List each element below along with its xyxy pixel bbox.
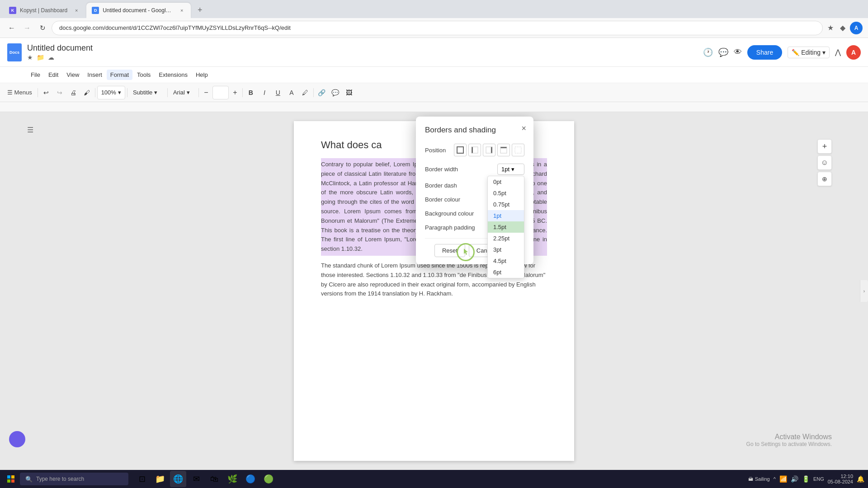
collapse-toolbar-icon[interactable]: ⋀	[835, 48, 841, 56]
menu-item-help[interactable]: Help	[192, 70, 212, 80]
system-tray[interactable]: ^	[774, 476, 776, 482]
position-all-btn[interactable]	[454, 144, 467, 156]
underline-button[interactable]: U	[272, 86, 284, 99]
toolbar: ☰ Menus ↩ ↪ 🖨 🖌 100%▾ Subtitle▾ Arial▾ −…	[0, 83, 868, 102]
star-icon[interactable]: ★	[27, 54, 33, 61]
position-right-btn[interactable]	[483, 144, 495, 156]
new-tab-button[interactable]: +	[193, 4, 206, 16]
option-1.5pt[interactable]: 1.5pt	[488, 221, 524, 233]
taskbar-search-bar[interactable]: 🔍 Type here to search	[20, 473, 128, 485]
image-button[interactable]: 🖼	[343, 86, 355, 99]
windows-start-button[interactable]	[4, 472, 18, 486]
zoom-value: 100%	[101, 89, 116, 96]
tab-kopyst[interactable]: K Kopyst | Dashboard ×	[4, 3, 85, 18]
font-size-plus[interactable]: +	[230, 86, 241, 99]
taskbar-right: 🏔 Sailing ^ 📶 🔊 🔋 ENG 12:10 05-08-2024 🔔	[748, 474, 864, 484]
battery-icon[interactable]: 🔋	[802, 475, 810, 483]
sound-icon[interactable]: 🔊	[791, 475, 798, 483]
user-avatar[interactable]: A	[846, 45, 861, 60]
notification-button[interactable]: 🔔	[857, 475, 864, 483]
taskbar-search-text: Type here to search	[36, 476, 84, 482]
gdocs-tab-close[interactable]: ×	[178, 7, 185, 14]
taskbar-app-browser[interactable]: 🌐	[170, 471, 186, 487]
dialog-close-button[interactable]: ×	[521, 124, 526, 133]
gdocs-app: Docs Untitled document ★ 📁 ☁ 🕐 💬 👁 Share…	[0, 38, 868, 112]
address-text: docs.google.com/document/d/1CCZWl7ocz6l7…	[59, 24, 291, 31]
profile-avatar[interactable]: A	[850, 22, 863, 34]
toolbar-menus-btn[interactable]: ☰ Menus	[4, 86, 36, 99]
borders-shading-dialog[interactable]: Borders and shading × Position	[416, 117, 533, 264]
share-button[interactable]: Share	[747, 45, 782, 60]
collapse-panel-arrow[interactable]: ›	[860, 280, 868, 302]
clock[interactable]: 12:10 05-08-2024	[828, 474, 853, 484]
option-6pt[interactable]: 6pt	[488, 267, 524, 278]
network-icon[interactable]: 📶	[779, 475, 787, 483]
menu-item-format[interactable]: Format	[107, 70, 132, 80]
option-0pt[interactable]: 0pt	[488, 176, 524, 188]
menu-item-view[interactable]: View	[63, 70, 83, 80]
menu-item-edit[interactable]: Edit	[45, 70, 62, 80]
extensions-icon[interactable]: ◆	[838, 22, 847, 34]
bold-button[interactable]: B	[245, 86, 257, 99]
cloud-icon[interactable]: ☁	[48, 54, 54, 61]
kopyst-tab-close[interactable]: ×	[73, 7, 80, 14]
link-button[interactable]: 🔗	[316, 86, 328, 99]
comment-button[interactable]: 💬	[329, 86, 342, 99]
editing-dropdown[interactable]: ✏️ Editing ▾	[788, 47, 830, 58]
menu-item-extensions[interactable]: Extensions	[155, 70, 191, 80]
option-0.5pt[interactable]: 0.5pt	[488, 188, 524, 199]
view-mode-icon[interactable]: 👁	[734, 47, 742, 57]
sailing-label[interactable]: 🏔 Sailing	[748, 476, 770, 482]
zoom-dropdown[interactable]: 100%▾	[97, 86, 125, 99]
position-left-btn[interactable]	[468, 144, 481, 156]
position-top-btn[interactable]	[497, 144, 510, 156]
taskbar-app-extra[interactable]: 🟢	[260, 471, 277, 487]
option-1pt[interactable]: 1pt	[488, 210, 524, 221]
menu-item-file[interactable]: File	[27, 70, 44, 80]
font-size-minus[interactable]: −	[201, 86, 212, 99]
taskbar-app-task-view[interactable]: ⊡	[134, 471, 150, 487]
highlight-button[interactable]: 🖊	[299, 86, 311, 99]
doc-title[interactable]: Untitled document	[27, 43, 93, 53]
paint-format-button[interactable]: 🖌	[80, 86, 93, 99]
add-section-button[interactable]: +	[817, 139, 832, 154]
taskbar-app-chrome[interactable]: 🔵	[242, 471, 259, 487]
redo-button[interactable]: ↪	[53, 86, 66, 99]
option-0.75pt[interactable]: 0.75pt	[488, 199, 524, 210]
undo-button[interactable]: ↩	[40, 86, 52, 99]
gdocs-tab-title: Untitled document - Google D...	[103, 7, 173, 14]
emoji-button[interactable]: ☺	[817, 155, 832, 170]
border-width-dropdown[interactable]: 1pt ▾	[497, 164, 524, 175]
wifi-icon: 🏔	[748, 476, 753, 482]
address-bar[interactable]: docs.google.com/document/d/1CCZWl7ocz6l7…	[52, 21, 823, 35]
list-icon[interactable]: ☰	[27, 126, 33, 134]
forward-button[interactable]: →	[21, 22, 33, 34]
taskbar-app-store[interactable]: 🛍	[206, 471, 222, 487]
option-4.5pt[interactable]: 4.5pt	[488, 255, 524, 267]
text-color-button[interactable]: A	[285, 86, 298, 99]
print-button[interactable]: 🖨	[67, 86, 80, 99]
bookmark-icon[interactable]: ★	[826, 22, 835, 34]
italic-button[interactable]: I	[258, 86, 271, 99]
taskbar-app-kopyst[interactable]: 🌿	[224, 471, 241, 487]
zoom-in-button[interactable]: ⊕	[817, 172, 832, 186]
tab-gdocs[interactable]: D Untitled document - Google D... ×	[86, 3, 191, 18]
menu-item-insert[interactable]: Insert	[84, 70, 106, 80]
back-button[interactable]: ←	[5, 22, 18, 34]
folder-icon[interactable]: 📁	[37, 54, 44, 61]
zoom-chevron: ▾	[118, 89, 121, 96]
taskbar-app-email[interactable]: ✉	[188, 471, 204, 487]
style-dropdown[interactable]: Subtitle▾	[129, 86, 165, 99]
option-2.25pt[interactable]: 2.25pt	[488, 233, 524, 244]
comment-icon[interactable]: 💬	[718, 47, 728, 57]
reload-button[interactable]: ↻	[36, 22, 49, 34]
font-dropdown[interactable]: Arial▾	[170, 86, 197, 99]
menu-item-tools[interactable]: Tools	[133, 70, 154, 80]
font-size-input[interactable]	[212, 86, 229, 99]
position-none-btn[interactable]	[512, 144, 524, 156]
taskbar-app-file-explorer[interactable]: 📁	[152, 471, 168, 487]
language-indicator[interactable]: ENG	[813, 476, 824, 482]
purple-circle-button[interactable]	[9, 431, 25, 447]
history-icon[interactable]: 🕐	[703, 47, 713, 57]
option-3pt[interactable]: 3pt	[488, 244, 524, 255]
